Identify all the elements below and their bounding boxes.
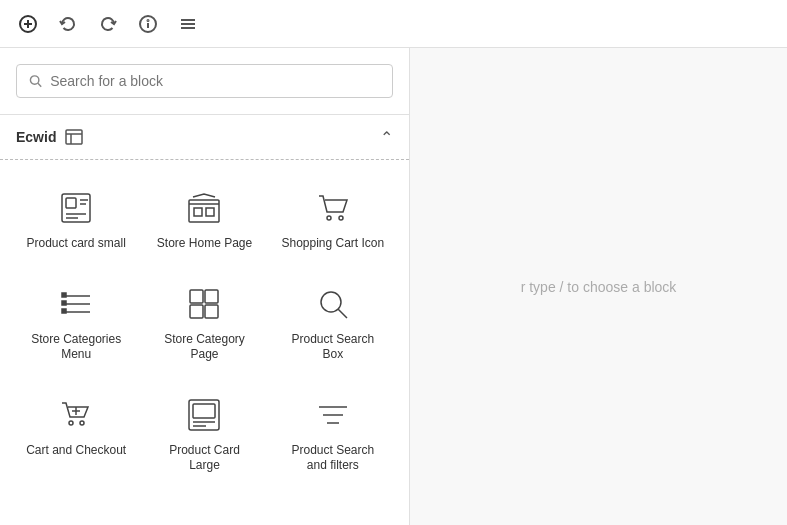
- svg-line-34: [338, 309, 347, 318]
- info-button[interactable]: [132, 8, 164, 40]
- block-label: Product Search and filters: [281, 443, 385, 474]
- block-label: Store Home Page: [157, 236, 252, 252]
- block-store-category-page[interactable]: Store Category Page: [144, 272, 264, 375]
- svg-rect-30: [205, 290, 218, 303]
- block-store-home-page[interactable]: Store Home Page: [144, 176, 264, 264]
- svg-rect-31: [190, 305, 203, 318]
- block-product-card-small[interactable]: Product card small: [16, 176, 136, 264]
- block-store-categories-menu[interactable]: Store Categories Menu: [16, 272, 136, 375]
- ecwid-label: Ecwid: [16, 129, 56, 145]
- blocks-grid: Product card small Store Home Page: [0, 160, 409, 502]
- block-label: Cart and Checkout: [26, 443, 126, 459]
- toolbar: [0, 0, 787, 48]
- svg-line-10: [38, 83, 41, 86]
- block-label: Store Category Page: [152, 332, 256, 363]
- search-icon: [29, 74, 42, 88]
- block-shopping-cart-icon[interactable]: Shopping Cart Icon: [273, 176, 393, 264]
- svg-point-9: [30, 76, 38, 84]
- section-title: Ecwid: [16, 127, 84, 147]
- svg-rect-11: [66, 130, 82, 144]
- block-label: Product Card Large: [152, 443, 256, 474]
- content-area: r type / to choose a block: [410, 48, 787, 525]
- block-picker-panel: Ecwid ⌃: [0, 48, 410, 525]
- svg-point-22: [339, 216, 343, 220]
- block-label: Product card small: [26, 236, 125, 252]
- add-button[interactable]: [12, 8, 44, 40]
- product-card-small-icon: [56, 188, 96, 228]
- block-product-search-box[interactable]: Product Search Box: [273, 272, 393, 375]
- redo-button[interactable]: [92, 8, 124, 40]
- svg-rect-32: [205, 305, 218, 318]
- svg-rect-28: [62, 309, 66, 313]
- hint-text: r type / to choose a block: [521, 279, 677, 295]
- block-product-card-large[interactable]: Product Card Large: [144, 383, 264, 486]
- cart-checkout-icon: [56, 395, 96, 435]
- block-label: Store Categories Menu: [24, 332, 128, 363]
- store-home-page-icon: [184, 188, 224, 228]
- search-area: [0, 48, 409, 115]
- svg-rect-29: [190, 290, 203, 303]
- shopping-cart-icon: [313, 188, 353, 228]
- store-categories-menu-icon: [56, 284, 96, 324]
- block-cart-and-checkout[interactable]: Cart and Checkout: [16, 383, 136, 486]
- product-search-box-icon: [313, 284, 353, 324]
- block-label: Shopping Cart Icon: [281, 236, 384, 252]
- svg-point-5: [148, 20, 149, 21]
- svg-point-36: [80, 421, 84, 425]
- search-input[interactable]: [50, 73, 380, 89]
- store-category-page-icon: [184, 284, 224, 324]
- svg-rect-13: [66, 198, 76, 208]
- product-card-large-icon: [184, 395, 224, 435]
- product-search-filters-icon: [313, 395, 353, 435]
- menu-button[interactable]: [172, 8, 204, 40]
- svg-rect-26: [62, 293, 66, 297]
- svg-rect-27: [62, 301, 66, 305]
- ecwid-section-header[interactable]: Ecwid ⌃: [0, 115, 409, 160]
- ecwid-icon: [64, 127, 84, 147]
- svg-rect-20: [206, 208, 214, 216]
- chevron-up-icon: ⌃: [380, 128, 393, 147]
- main-area: Ecwid ⌃: [0, 48, 787, 525]
- search-input-wrapper[interactable]: [16, 64, 393, 98]
- svg-point-21: [327, 216, 331, 220]
- block-product-search-filters[interactable]: Product Search and filters: [273, 383, 393, 486]
- svg-rect-19: [194, 208, 202, 216]
- block-label: Product Search Box: [281, 332, 385, 363]
- svg-rect-40: [193, 404, 215, 418]
- undo-button[interactable]: [52, 8, 84, 40]
- svg-point-35: [69, 421, 73, 425]
